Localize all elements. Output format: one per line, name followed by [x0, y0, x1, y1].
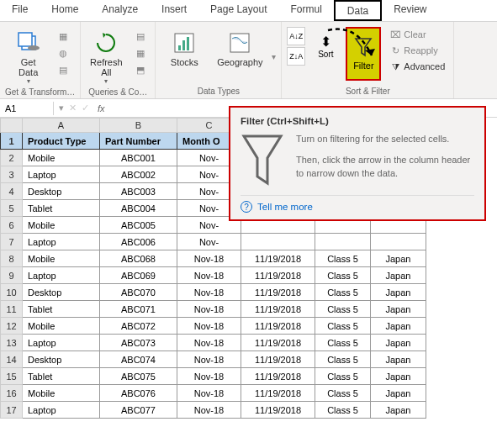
cell[interactable]: Japan	[371, 368, 426, 385]
cell[interactable]: Class 5	[315, 351, 371, 368]
from-text-button[interactable]: ▦	[54, 29, 72, 44]
cell[interactable]: 11/19/2018	[241, 250, 315, 267]
cell[interactable]: Nov-18	[177, 250, 241, 267]
cell[interactable]: 11/19/2018	[241, 335, 315, 351]
cell[interactable]: Nov-18	[177, 335, 241, 351]
row-header[interactable]: 14	[1, 351, 23, 368]
row-header[interactable]: 6	[1, 217, 23, 234]
cell[interactable]: ABC002	[100, 166, 177, 183]
cell[interactable]: Class 5	[315, 284, 371, 301]
sort-desc-button[interactable]: Z↓A	[287, 47, 305, 66]
cell[interactable]: Mobile	[23, 250, 100, 267]
reapply-button[interactable]: ↻Reapply	[386, 43, 448, 58]
cell[interactable]: Product Type	[23, 133, 100, 150]
cell[interactable]: Nov-18	[177, 368, 241, 385]
row-header[interactable]: 10	[1, 284, 23, 301]
cell[interactable]: Class 5	[315, 318, 371, 335]
row-header[interactable]: 16	[1, 385, 23, 402]
cell[interactable]: 11/19/2018	[241, 351, 315, 368]
tab-home[interactable]: Home	[40, 0, 90, 21]
fx-icon[interactable]: fx	[94, 103, 108, 113]
row-header[interactable]: 3	[1, 166, 23, 183]
cell[interactable]: Japan	[371, 250, 426, 267]
tab-formul[interactable]: Formul	[278, 0, 333, 21]
cell[interactable]: Japan	[371, 351, 426, 368]
refresh-all-button[interactable]: Refresh All ▾	[86, 27, 126, 87]
cell[interactable]: Laptop	[23, 267, 100, 284]
properties-button[interactable]: ▦	[131, 45, 150, 61]
tab-insert[interactable]: Insert	[150, 0, 198, 21]
row-header[interactable]: 9	[1, 267, 23, 284]
cell[interactable]: ABC068	[100, 250, 177, 267]
get-data-button[interactable]: Get Data ▾	[8, 27, 49, 87]
cell[interactable]: Nov-18	[177, 318, 241, 335]
cell[interactable]: Mobile	[23, 150, 100, 166]
cell[interactable]: Class 5	[315, 368, 371, 385]
cell[interactable]: 11/19/2018	[241, 318, 315, 335]
cell[interactable]: Laptop	[23, 234, 100, 250]
row-header[interactable]: 12	[1, 318, 23, 335]
cell[interactable]: Japan	[371, 284, 426, 301]
row-header[interactable]: 8	[1, 250, 23, 267]
cell[interactable]: Nov-18	[177, 351, 241, 368]
cell[interactable]: Tablet	[23, 368, 100, 385]
cell[interactable]: Japan	[371, 318, 426, 335]
row-header[interactable]: 7	[1, 234, 23, 250]
cell[interactable]: Laptop	[23, 166, 100, 183]
cell[interactable]: ABC069	[100, 267, 177, 284]
row-header[interactable]: 13	[1, 335, 23, 351]
cell[interactable]: Mobile	[23, 318, 100, 335]
column-header-B[interactable]: B	[100, 119, 177, 133]
cell[interactable]: ABC072	[100, 318, 177, 335]
cell[interactable]: ABC070	[100, 284, 177, 301]
cell[interactable]	[241, 234, 315, 250]
cell[interactable]: 11/19/2018	[241, 301, 315, 318]
cell[interactable]: Class 5	[315, 250, 371, 267]
select-all-corner[interactable]	[1, 119, 23, 133]
column-header-A[interactable]: A	[23, 119, 100, 133]
filter-button[interactable]: Filter	[346, 27, 381, 81]
row-header[interactable]: 2	[1, 150, 23, 166]
cell[interactable]: ABC071	[100, 301, 177, 318]
row-header[interactable]: 15	[1, 368, 23, 385]
cell[interactable]: Nov-18	[177, 385, 241, 402]
cell[interactable]: ABC073	[100, 335, 177, 351]
row-header[interactable]: 11	[1, 301, 23, 318]
cell[interactable]: 11/19/2018	[241, 284, 315, 301]
cell[interactable]: Nov-18	[177, 301, 241, 318]
cell[interactable]: Japan	[371, 402, 426, 419]
cell[interactable]: Desktop	[23, 351, 100, 368]
cell[interactable]: Tablet	[23, 200, 100, 217]
confirm-icon[interactable]: ✓	[82, 103, 89, 113]
cell[interactable]: Class 5	[315, 267, 371, 284]
dropdown-icon[interactable]: ▾	[59, 103, 64, 113]
cell[interactable]: Laptop	[23, 402, 100, 419]
sort-asc-button[interactable]: A↓Z	[287, 27, 305, 45]
from-table-button[interactable]: ▤	[54, 62, 72, 77]
cell[interactable]: Tablet	[23, 301, 100, 318]
cell[interactable]: ABC076	[100, 385, 177, 402]
tab-page-layout[interactable]: Page Layout	[198, 0, 278, 21]
queries-button[interactable]: ▤	[131, 29, 150, 44]
cell[interactable]: Class 5	[315, 335, 371, 351]
cell[interactable]: Japan	[371, 267, 426, 284]
cell[interactable]: Nov-18	[177, 402, 241, 419]
cell[interactable]: Desktop	[23, 284, 100, 301]
cell[interactable]: 11/19/2018	[241, 402, 315, 419]
cell[interactable]: ABC003	[100, 183, 177, 200]
cell[interactable]: 11/19/2018	[241, 368, 315, 385]
row-header[interactable]: 1	[1, 133, 23, 150]
cell[interactable]: Class 5	[315, 402, 371, 419]
row-header[interactable]: 5	[1, 200, 23, 217]
cell[interactable]: 11/19/2018	[241, 385, 315, 402]
cell[interactable]: Desktop	[23, 183, 100, 200]
tab-analyze[interactable]: Analyze	[90, 0, 150, 21]
cell[interactable]: Nov-18	[177, 284, 241, 301]
cell[interactable]: ABC074	[100, 351, 177, 368]
cell[interactable]: Class 5	[315, 301, 371, 318]
advanced-button[interactable]: ⧩Advanced	[386, 59, 448, 74]
from-web-button[interactable]: ◍	[54, 45, 72, 61]
cell[interactable]: ABC001	[100, 150, 177, 166]
cell[interactable]: ABC006	[100, 234, 177, 250]
cell[interactable]: Japan	[371, 385, 426, 402]
